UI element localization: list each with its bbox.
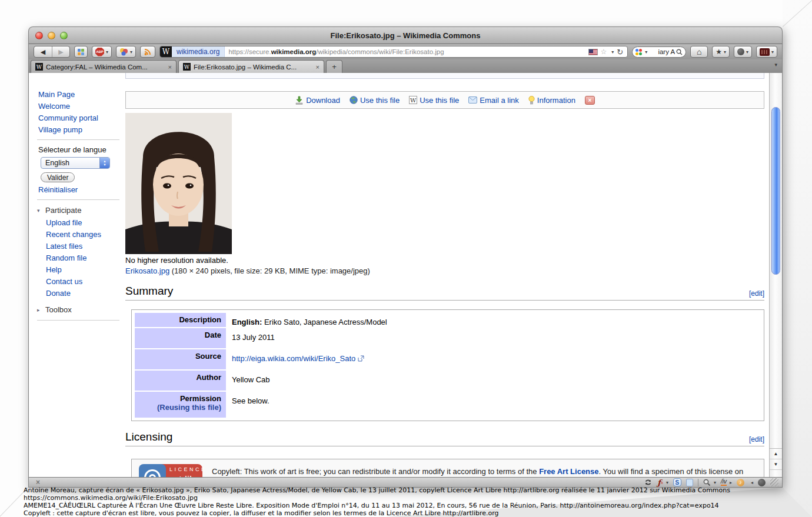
- download-link[interactable]: Download: [295, 96, 340, 105]
- scroll-down-button[interactable]: ▼: [770, 459, 782, 470]
- use-file-wiki-link[interactable]: W Use this file: [409, 96, 459, 105]
- sidebar-link-welcome[interactable]: Welcome: [29, 100, 125, 112]
- date-value: 13 July 2011: [227, 328, 761, 348]
- sidebar-link-community-portal[interactable]: Community portal: [29, 112, 125, 124]
- sidebar-link-upload-file[interactable]: Upload file: [29, 216, 125, 228]
- https-addon-button[interactable]: ▾: [756, 46, 777, 58]
- tab-bar: W Category:FAL – Wikimedia Com... × W Fi…: [28, 59, 783, 73]
- language-select[interactable]: English ▲▼: [41, 157, 110, 169]
- email-icon: [468, 96, 477, 104]
- summary-table-box: Description English: Eriko Sato, Japanes…: [131, 309, 764, 421]
- chevron-down-icon[interactable]: ▾: [645, 49, 647, 55]
- window-title: File:Erikosato.jpg – Wikimedia Commons: [29, 31, 782, 40]
- site-identity-chip[interactable]: wikimedia.org: [172, 46, 225, 57]
- sidebar-link-latest-files[interactable]: Latest files: [29, 240, 125, 252]
- use-file-web-link[interactable]: Use this file: [350, 96, 400, 105]
- source-link[interactable]: http://eiga.wikia.com/wiki/Eriko_Sato: [232, 354, 355, 363]
- sync-button[interactable]: [644, 478, 653, 486]
- forward-button[interactable]: ▶: [52, 46, 69, 57]
- flag-icon[interactable]: [588, 49, 598, 55]
- divider: [37, 320, 119, 321]
- list-all-tabs-icon[interactable]: ▾: [774, 62, 777, 68]
- close-findbar-button[interactable]: ×: [36, 478, 40, 486]
- toolbox-label: Toolbox: [45, 305, 72, 314]
- download-icon: [295, 96, 304, 105]
- magnifier-icon: [703, 479, 711, 486]
- sidebar-link-recent-changes[interactable]: Recent changes: [29, 228, 125, 240]
- url-bar[interactable]: W wikimedia.org https://secure.wikimedia…: [159, 46, 628, 58]
- title-bar[interactable]: File:Erikosato.jpg – Wikimedia Commons: [28, 26, 783, 44]
- close-tab-icon[interactable]: ×: [168, 64, 172, 71]
- reload-icon[interactable]: ↻: [617, 48, 623, 56]
- theme-button[interactable]: ▾: [734, 46, 752, 58]
- text-tool-button[interactable]: /iv ▸: [721, 479, 732, 486]
- adblock-icon: ABP: [95, 48, 104, 56]
- resize-grip[interactable]: [770, 478, 778, 486]
- search-box[interactable]: ▾ iary A: [632, 46, 686, 58]
- file-name-link[interactable]: Erikosato.jpg: [125, 266, 169, 275]
- tab-file-erikosato[interactable]: W File:Erikosato.jpg – Wikimedia C... ×: [178, 60, 324, 73]
- wikipedia-favicon: W: [183, 63, 191, 71]
- clipped-header-box: [125, 73, 764, 79]
- participate-section-toggle[interactable]: ▾ Participate: [29, 204, 125, 216]
- addon-balls-button[interactable]: ▾: [116, 46, 136, 58]
- bookmark-star-icon[interactable]: ☆: [601, 48, 607, 55]
- flash-menu-button[interactable]: ƒ x ▾: [657, 478, 668, 487]
- bookmarks-button[interactable]: ★ ▾: [712, 46, 730, 58]
- home-icon: ⌂: [697, 48, 701, 56]
- edit-summary-link[interactable]: [edit]: [749, 289, 764, 298]
- close-file-bar-button[interactable]: ×: [585, 96, 595, 105]
- reset-link[interactable]: Réinitialiser: [29, 184, 125, 195]
- edit-licensing-link[interactable]: [edit]: [749, 435, 764, 443]
- description-value: English: Eriko Sato, Japanese Actress/Mo…: [227, 313, 761, 327]
- sidebar-link-random-file[interactable]: Random file: [29, 252, 125, 263]
- chevron-left-icon[interactable]: ◂: [751, 480, 753, 485]
- nav-buttons: ◀ ▶: [34, 46, 70, 58]
- sidebar-link-main-page[interactable]: Main Page: [29, 88, 125, 100]
- wikipedia-favicon: W: [35, 63, 43, 71]
- rss-button[interactable]: [140, 46, 155, 58]
- file-actions-bar: Download Use this file W Use this file: [125, 91, 764, 109]
- scrapbook-button[interactable]: S: [673, 478, 681, 486]
- vertical-scrollbar[interactable]: ▲ ▼: [769, 73, 782, 477]
- close-tab-icon[interactable]: ×: [316, 64, 320, 71]
- new-tab-button[interactable]: +: [326, 60, 342, 73]
- validate-button[interactable]: Valider: [41, 172, 75, 182]
- panel-button[interactable]: [686, 479, 693, 486]
- table-row: Permission (Reusing this file) See below…: [135, 392, 761, 418]
- theme-circle-icon[interactable]: [758, 479, 766, 486]
- sidebar-link-help[interactable]: Help: [29, 263, 125, 275]
- search-input[interactable]: iary A: [648, 48, 675, 55]
- caption-line: Antoine Moreau, capture écran de « Eriko…: [24, 486, 810, 494]
- tab-groups-icon: [78, 49, 84, 55]
- scrollbar-thumb[interactable]: [771, 107, 780, 275]
- scroll-up-button[interactable]: ▲: [770, 449, 782, 459]
- adblock-button[interactable]: ABP ▾: [92, 46, 112, 58]
- toolbox-section-toggle[interactable]: ▸ Toolbox: [29, 303, 125, 316]
- select-stepper-icon: ▲▼: [99, 158, 109, 168]
- free-art-license-link[interactable]: Free Art License: [539, 467, 598, 476]
- logo-copyleft-circle-icon: [139, 464, 166, 477]
- zoom-menu-button[interactable]: ▾: [703, 479, 716, 486]
- chevron-right-icon: ▸: [730, 480, 732, 485]
- chevron-down-icon: ▾: [771, 49, 774, 55]
- sidebar-link-donate[interactable]: Donate: [29, 287, 125, 299]
- information-link[interactable]: Information: [528, 96, 575, 105]
- media-button[interactable]: ♪: [737, 479, 744, 486]
- file-preview-image[interactable]: [125, 113, 232, 254]
- chevron-down-icon: ▾: [714, 480, 716, 485]
- panorama-button[interactable]: [74, 46, 88, 58]
- divider: [37, 139, 119, 140]
- sidebar-link-contact-us[interactable]: Contact us: [29, 275, 125, 287]
- reusing-this-file-link[interactable]: (Reusing this file): [139, 403, 221, 412]
- home-button[interactable]: ⌂: [690, 46, 708, 58]
- star-icon: ★: [716, 48, 722, 55]
- chevron-down-icon[interactable]: ▾: [611, 49, 614, 55]
- divider: [37, 199, 119, 200]
- email-link[interactable]: Email a link: [468, 96, 518, 105]
- sidebar-link-village-pump[interactable]: Village pump: [29, 124, 125, 135]
- globe-icon: [350, 96, 358, 104]
- tab-category-fal[interactable]: W Category:FAL – Wikimedia Com... ×: [31, 60, 177, 73]
- url-text[interactable]: https://secure.wikimedia.org/wikipedia/c…: [225, 48, 584, 55]
- back-button[interactable]: ◀: [34, 46, 52, 57]
